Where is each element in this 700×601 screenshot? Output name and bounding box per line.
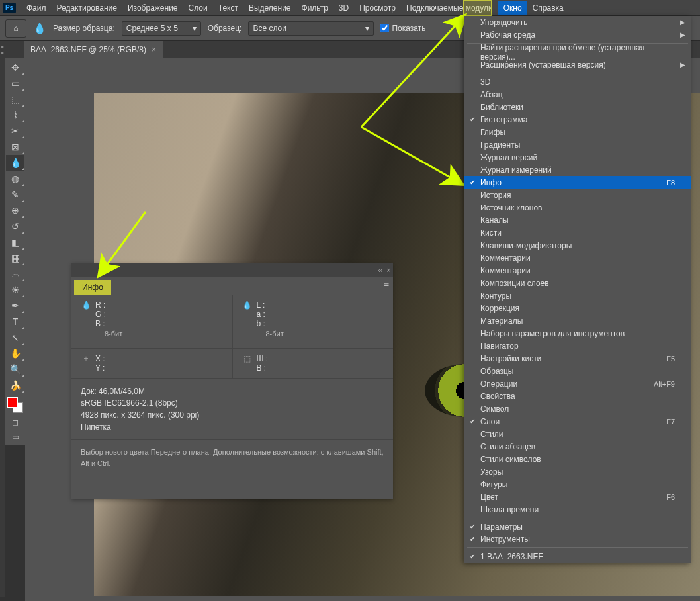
show-ring-checkbox[interactable]: Показать <box>380 24 425 33</box>
menu-item-label: Узоры <box>480 467 503 477</box>
quickmask-button[interactable]: ◻ <box>6 416 24 429</box>
menu-3d[interactable]: 3D <box>333 1 354 15</box>
menu-shortcut: F5 <box>666 355 675 363</box>
crop-tool[interactable]: ✂ <box>6 123 24 139</box>
check-icon: ✔ <box>470 553 475 560</box>
close-icon[interactable]: × <box>152 45 156 54</box>
marquee-tool[interactable]: ⬚ <box>6 91 24 107</box>
foreground-swatch[interactable] <box>7 397 18 408</box>
menu-item-каналы[interactable]: Каналы <box>464 214 691 226</box>
menu-item-журнал-версий[interactable]: Журнал версий <box>464 151 691 163</box>
menu-выделение[interactable]: Выделение <box>243 1 296 15</box>
menu-item-label: Коррекция <box>480 304 519 313</box>
artboard-tool[interactable]: ▭ <box>6 75 24 91</box>
color-swatches[interactable] <box>6 396 24 414</box>
menu-справка[interactable]: Справка <box>527 1 569 15</box>
menu-item-история[interactable]: История <box>464 189 691 201</box>
menu-item-абзац[interactable]: Абзац <box>464 88 691 101</box>
heal-tool[interactable]: ◍ <box>6 171 24 187</box>
sample-layers-select[interactable]: Все слои <box>248 21 374 36</box>
info-tab[interactable]: Инфо <box>74 280 111 295</box>
hand-tool[interactable]: ✋ <box>6 346 24 361</box>
menu-текст[interactable]: Текст <box>213 1 243 15</box>
menu-item-журнал-измерений[interactable]: Журнал измерений <box>464 163 691 176</box>
menu-item-узоры[interactable]: Узоры <box>464 465 691 478</box>
menu-item-операции[interactable]: ОперацииAlt+F9 <box>464 377 691 390</box>
frame-tool[interactable]: ⊠ <box>6 139 24 155</box>
menu-item-1-baa-2663-nef[interactable]: ✔1 BAA_2663.NEF <box>464 550 691 563</box>
menu-item-рабочая-среда[interactable]: Рабочая среда▶ <box>464 28 691 41</box>
panel-menu-icon[interactable]: ≡ <box>384 280 389 291</box>
dodge-tool[interactable]: ☀ <box>6 282 24 298</box>
menu-item-параметры[interactable]: ✔Параметры <box>464 520 691 533</box>
info-panel-header[interactable]: ‹‹ × <box>71 263 393 277</box>
menu-item-материалы[interactable]: Материалы <box>464 314 691 327</box>
document-tab[interactable]: BAA_2663.NEF @ 25% (RGB/8) × <box>24 41 163 58</box>
dimensions-icon: ⬚ <box>241 354 254 363</box>
menu-item-композиции-слоев[interactable]: Композиции слоев <box>464 277 691 289</box>
move-tool[interactable]: ✥ <box>6 60 24 75</box>
menu-окно[interactable]: Окно <box>498 1 527 15</box>
menu-item-инструменты[interactable]: ✔Инструменты <box>464 533 691 545</box>
lasso-tool[interactable]: ⌇ <box>6 107 24 123</box>
menu-item-стили-абзацев[interactable]: Стили абзацев <box>464 440 691 453</box>
menu-item-символ[interactable]: Символ <box>464 402 691 415</box>
menu-item-расширения-устаревшая-версия-[interactable]: Расширения (устаревшая версия)▶ <box>464 58 691 71</box>
menu-item-контуры[interactable]: Контуры <box>464 289 691 302</box>
eyedropper-tool[interactable]: 💧 <box>6 155 24 171</box>
gradient-tool[interactable]: ▦ <box>6 250 24 266</box>
screenmode-button[interactable]: ▭ <box>6 430 24 443</box>
brush-tool[interactable]: ✎ <box>6 187 24 203</box>
menu-item-фигуры[interactable]: Фигуры <box>464 478 691 490</box>
menu-item-свойства[interactable]: Свойства <box>464 390 691 402</box>
menu-separator <box>467 518 688 518</box>
menu-item-шкала-времени[interactable]: Шкала времени <box>464 503 691 516</box>
menu-просмотр[interactable]: Просмотр <box>354 1 401 15</box>
eraser-tool[interactable]: ◧ <box>6 234 24 250</box>
menu-item-библиотеки[interactable]: Библиотеки <box>464 101 691 113</box>
blur-tool[interactable]: ⌓ <box>6 266 24 282</box>
menu-item-стили[interactable]: Стили <box>464 428 691 440</box>
history-brush-tool[interactable]: ↺ <box>6 218 24 234</box>
menu-item-label: Символ <box>480 404 509 414</box>
menu-item-клавиши-модификаторы[interactable]: Клавиши-модификаторы <box>464 239 691 252</box>
banana-tool[interactable]: 🍌 <box>6 377 24 393</box>
menu-item-слои[interactable]: ✔СлоиF7 <box>464 415 691 428</box>
path-tool[interactable]: ↖ <box>6 330 24 346</box>
app-icon: Ps <box>3 3 16 13</box>
menu-item-коррекция[interactable]: Коррекция <box>464 302 691 314</box>
type-tool[interactable]: T <box>6 314 24 330</box>
menu-изображение[interactable]: Изображение <box>122 1 183 15</box>
menu-item-3d[interactable]: 3D <box>464 75 691 88</box>
menu-item-настройки-кисти[interactable]: Настройки кистиF5 <box>464 352 691 365</box>
menu-файл[interactable]: Файл <box>21 1 52 15</box>
menu-item-кисти[interactable]: Кисти <box>464 226 691 239</box>
menu-shortcut: Alt+F9 <box>654 380 675 388</box>
collapse-icon[interactable]: ‹‹ <box>378 267 382 274</box>
menu-item-комментарии[interactable]: Комментарии <box>464 264 691 277</box>
menu-item-наборы-параметров-для-инструментов[interactable]: Наборы параметров для инструментов <box>464 327 691 340</box>
menu-item-цвет[interactable]: ЦветF6 <box>464 490 691 503</box>
menu-item-градиенты[interactable]: Градиенты <box>464 138 691 151</box>
menu-item-образцы[interactable]: Образцы <box>464 365 691 377</box>
menu-item-найти-расширения-при-обмене-устаревшая-версия-[interactable]: Найти расширения при обмене (устаревшая … <box>464 46 691 58</box>
menu-item-инфо[interactable]: ✔ИнфоF8 <box>464 176 691 189</box>
menu-item-упорядочить[interactable]: Упорядочить▶ <box>464 16 691 28</box>
menu-item-гистограмма[interactable]: ✔Гистограмма <box>464 113 691 126</box>
pen-tool[interactable]: ✒ <box>6 298 24 314</box>
close-icon[interactable]: × <box>386 267 390 274</box>
zoom-tool[interactable]: 🔍 <box>6 361 24 377</box>
menu-separator <box>467 547 688 548</box>
menu-слои[interactable]: Слои <box>183 1 213 15</box>
menu-редактирование[interactable]: Редактирование <box>52 1 122 15</box>
menu-item-навигатор[interactable]: Навигатор <box>464 340 691 352</box>
menu-item-глифы[interactable]: Глифы <box>464 126 691 138</box>
home-button[interactable]: ⌂ <box>5 19 26 38</box>
menu-item-комментарии[interactable]: Комментарии <box>464 252 691 264</box>
menu-item-стили-символов[interactable]: Стили символов <box>464 453 691 465</box>
stamp-tool[interactable]: ⊕ <box>6 203 24 218</box>
sample-size-select[interactable]: Среднее 5 x 5 <box>122 21 201 36</box>
menu-item-источник-клонов[interactable]: Источник клонов <box>464 201 691 214</box>
left-dock-strip[interactable]: ▸▸ <box>0 41 5 597</box>
menu-фильтр[interactable]: Фильтр <box>296 1 333 15</box>
